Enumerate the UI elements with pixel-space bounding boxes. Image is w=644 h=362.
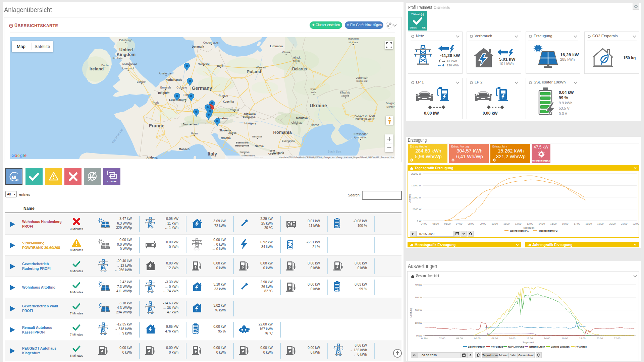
svg-text:Herzegovina: Herzegovina: [235, 144, 249, 147]
svg-text:Belarus: Belarus: [292, 67, 307, 71]
svg-text:Sarajevo: Sarajevo: [239, 150, 250, 154]
svg-text:20 kW: 20 kW: [415, 309, 422, 312]
svg-text:06:00: 06:00: [474, 337, 481, 340]
svg-text:l: l: [23, 153, 24, 158]
svg-text:5000 W: 5000 W: [413, 208, 422, 211]
svg-text:Bosnia and: Bosnia and: [236, 141, 249, 144]
svg-text:o: o: [15, 153, 17, 158]
svg-text:13:00: 13:00: [527, 222, 533, 225]
svg-text:Milan: Milan: [191, 132, 198, 135]
svg-text:Bucharest: Bucharest: [282, 139, 295, 142]
svg-text:София: София: [268, 153, 276, 155]
svg-text:Краснодар: Краснодар: [354, 136, 367, 139]
svg-text:London: London: [137, 80, 147, 83]
svg-text:05:00: 05:00: [433, 222, 439, 225]
svg-text:Serbia: Serbia: [255, 144, 264, 148]
svg-text:Ireland: Ireland: [90, 66, 104, 71]
svg-text:France: France: [149, 123, 164, 128]
svg-text:04:00: 04:00: [457, 337, 463, 340]
svg-text:20:00: 20:00: [609, 222, 616, 225]
svg-text:14:00: 14:00: [539, 222, 545, 225]
svg-text:40 kW: 40 kW: [415, 283, 422, 286]
svg-text:19:00: 19:00: [597, 222, 604, 225]
svg-text:Germany: Germany: [192, 85, 212, 91]
svg-text:21:00: 21:00: [621, 222, 628, 225]
svg-text:Poland: Poland: [247, 69, 261, 74]
svg-text:18:00: 18:00: [579, 337, 586, 340]
svg-text:11:00: 11:00: [503, 222, 509, 225]
svg-text:08:00: 08:00: [492, 337, 498, 340]
svg-text:Ростов-на-Дону: Ростов-на-Дону: [355, 117, 374, 120]
svg-text:07:00: 07:00: [456, 222, 463, 225]
svg-text:Kharkiv: Kharkiv: [340, 91, 351, 94]
svg-text:Italy: Italy: [208, 151, 217, 157]
svg-text:Czechia: Czechia: [223, 100, 234, 103]
svg-text:22:00: 22:00: [633, 222, 639, 225]
svg-text:Manchester: Manchester: [122, 62, 138, 65]
svg-text:Volgogra: Volgogra: [386, 102, 395, 105]
svg-text:Vienna: Vienna: [230, 108, 239, 111]
svg-text:Monaco: Monaco: [179, 147, 190, 151]
svg-text:Satellite: Satellite: [35, 44, 50, 49]
svg-text:15:00: 15:00: [550, 222, 557, 225]
svg-text:16:00: 16:00: [562, 337, 568, 340]
svg-text:Харків: Харків: [341, 94, 349, 97]
svg-text:Romania: Romania: [273, 130, 292, 135]
svg-text:Воронеж: Воронеж: [357, 79, 368, 82]
svg-text:10000 W: 10000 W: [411, 196, 422, 199]
svg-text:Andorra: Andorra: [146, 156, 157, 159]
svg-text:Batterie Entladen: Batterie Entladen: [551, 346, 570, 348]
svg-text:10 kW: 10 kW: [415, 321, 422, 324]
svg-text:Belgrade: Belgrade: [252, 135, 262, 138]
svg-text:Berlin: Berlin: [217, 64, 224, 67]
svg-text:12:00: 12:00: [527, 337, 533, 340]
svg-text:Москва: Москва: [348, 41, 358, 44]
svg-text:Edinburgh: Edinburgh: [119, 39, 132, 42]
svg-text:Odesa: Odesa: [311, 123, 319, 127]
svg-text:Lithuania: Lithuania: [270, 45, 283, 48]
svg-text:Belgium: Belgium: [158, 91, 169, 95]
svg-text:g: g: [20, 153, 22, 158]
svg-text:Hamburg: Hamburg: [198, 62, 210, 65]
svg-text:20000 W: 20000 W: [411, 172, 422, 175]
svg-text:Мінск: Мінск: [293, 59, 300, 62]
svg-text:Batterie Laden: Batterie Laden: [529, 346, 545, 348]
svg-text:Wechselrichter 2: Wechselrichter 2: [539, 230, 557, 232]
svg-text:Kyiv: Kyiv: [310, 87, 316, 91]
svg-text:Cologne: Cologne: [176, 86, 187, 89]
svg-text:Chisinau: Chisinau: [291, 121, 302, 124]
svg-text:NVP Lieferung: NVP Lieferung: [508, 346, 524, 348]
svg-text:6. Mai: 6. Mai: [421, 337, 428, 340]
svg-text:Croatia: Croatia: [221, 136, 231, 140]
svg-text:Switzerland: Switzerland: [182, 123, 198, 126]
svg-text:17:00: 17:00: [574, 222, 580, 225]
svg-text:16:00: 16:00: [562, 222, 569, 225]
svg-text:20:00: 20:00: [597, 337, 603, 340]
svg-text:Amsterdam: Amsterdam: [159, 72, 173, 75]
svg-text:Minsk: Minsk: [292, 56, 301, 59]
svg-text:15000 W: 15000 W: [411, 184, 422, 187]
svg-text:Zagreb: Zagreb: [228, 131, 236, 134]
svg-text:Leistung: Leistung: [408, 194, 411, 203]
svg-text:o: o: [17, 153, 20, 158]
svg-text:G: G: [11, 153, 15, 158]
svg-text:Kingdom: Kingdom: [117, 52, 136, 57]
svg-text:02:00: 02:00: [439, 337, 445, 340]
svg-text:Netherlands: Netherlands: [165, 78, 182, 81]
svg-text:10:00: 10:00: [509, 337, 516, 340]
svg-text:Prague: Prague: [219, 94, 228, 97]
svg-text:Vilnius: Vilnius: [282, 51, 290, 54]
svg-text:Tageszeit: Tageszeit: [523, 226, 535, 229]
svg-text:Wechselrichter 1: Wechselrichter 1: [510, 230, 529, 232]
svg-text:all: all: [11, 175, 16, 180]
svg-text:Волгогра: Волгогра: [386, 105, 395, 108]
svg-text:Eigenverbrauch: Eigenverbrauch: [468, 346, 485, 348]
svg-text:22:00: 22:00: [614, 337, 621, 340]
svg-text:Ukraine: Ukraine: [310, 103, 327, 108]
svg-text:Paris: Paris: [153, 101, 159, 104]
svg-text:Dublin: Dublin: [101, 64, 108, 67]
svg-text:NVP Bezug: NVP Bezug: [491, 346, 503, 348]
svg-text:06:00: 06:00: [444, 222, 451, 225]
svg-text:Liverpool: Liverpool: [122, 67, 134, 70]
svg-text:10:00: 10:00: [492, 222, 498, 225]
